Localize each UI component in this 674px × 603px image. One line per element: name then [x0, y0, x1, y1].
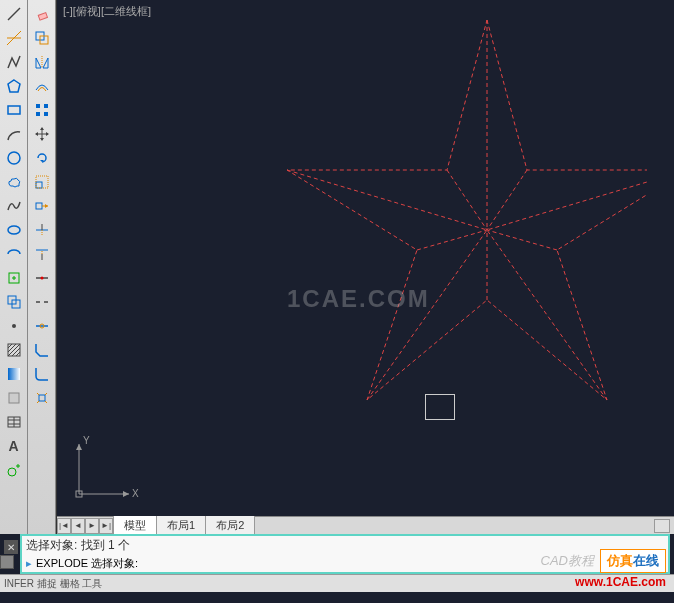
svg-marker-68 — [287, 20, 647, 400]
svg-rect-45 — [36, 182, 42, 188]
svg-rect-35 — [44, 104, 48, 108]
svg-line-65 — [45, 393, 47, 395]
fillet-icon[interactable] — [30, 363, 54, 385]
svg-marker-41 — [40, 138, 44, 141]
svg-rect-20 — [9, 393, 19, 403]
watermark-box: 仿真在线 — [600, 549, 666, 573]
ellipse-arc-icon[interactable] — [2, 243, 26, 265]
svg-line-71 — [487, 170, 647, 230]
stretch-icon[interactable] — [30, 195, 54, 217]
tab-nav-first[interactable]: |◄ — [57, 518, 71, 534]
tab-nav-prev[interactable]: ◄ — [71, 518, 85, 534]
tab-nav-next[interactable]: ► — [85, 518, 99, 534]
ucs-x-label: X — [132, 488, 139, 499]
join-icon[interactable] — [30, 315, 54, 337]
svg-marker-40 — [40, 127, 44, 130]
insert-block-icon[interactable] — [2, 267, 26, 289]
svg-point-5 — [8, 152, 20, 164]
svg-rect-36 — [36, 112, 40, 116]
copy-icon[interactable] — [30, 27, 54, 49]
table-icon[interactable] — [2, 411, 26, 433]
rotate-icon[interactable] — [30, 147, 54, 169]
svg-line-66 — [37, 401, 39, 403]
trim-icon[interactable] — [30, 219, 54, 241]
region-icon[interactable] — [2, 387, 26, 409]
command-panel-handle[interactable] — [0, 555, 14, 569]
svg-rect-47 — [36, 203, 42, 209]
make-block-icon[interactable] — [2, 291, 26, 313]
svg-marker-32 — [43, 58, 48, 68]
command-prompt-icon: ▸ — [26, 557, 32, 570]
layout-tab-bar: |◄ ◄ ► ►| 模型 布局1 布局2 — [57, 516, 674, 534]
extend-icon[interactable] — [30, 243, 54, 265]
star-drawing — [207, 20, 647, 420]
close-command-panel-icon[interactable]: ✕ — [4, 540, 18, 554]
break-icon[interactable] — [30, 291, 54, 313]
hatch-icon[interactable] — [2, 339, 26, 361]
scroll-right-icon[interactable] — [654, 519, 670, 533]
svg-point-58 — [40, 277, 43, 280]
draw-toolbar: A — [0, 0, 28, 534]
watermark-text1: CAD教程 — [541, 552, 594, 570]
ucs-icon: X Y — [69, 434, 139, 504]
tab-layout2[interactable]: 布局2 — [205, 516, 255, 536]
tab-layout1[interactable]: 布局1 — [156, 516, 206, 536]
ellipse-icon[interactable] — [2, 219, 26, 241]
mirror-icon[interactable] — [30, 51, 54, 73]
svg-rect-28 — [38, 13, 47, 20]
crosshair-cursor — [425, 394, 455, 420]
polyline-icon[interactable] — [2, 51, 26, 73]
svg-line-70 — [287, 170, 487, 230]
tab-model[interactable]: 模型 — [113, 516, 157, 536]
svg-rect-4 — [8, 106, 20, 114]
spline-icon[interactable] — [2, 195, 26, 217]
offset-icon[interactable] — [30, 75, 54, 97]
svg-marker-43 — [46, 132, 49, 136]
svg-point-25 — [8, 468, 16, 476]
revision-cloud-icon[interactable] — [2, 171, 26, 193]
explode-icon[interactable] — [30, 387, 54, 409]
svg-marker-42 — [35, 132, 38, 136]
status-text: INFER 捕捉 栅格 工具 — [4, 577, 102, 591]
command-prompt-text: EXPLODE 选择对象: — [36, 556, 138, 571]
svg-rect-19 — [8, 368, 20, 380]
svg-line-64 — [37, 393, 39, 395]
svg-line-14 — [8, 344, 12, 348]
break-at-point-icon[interactable] — [30, 267, 54, 289]
gradient-icon[interactable] — [2, 363, 26, 385]
svg-marker-31 — [36, 58, 41, 68]
main-container: A [-][俯视][二维线框] — [0, 0, 674, 534]
svg-line-77 — [487, 230, 557, 250]
svg-point-12 — [12, 324, 16, 328]
svg-point-6 — [8, 226, 20, 234]
viewport-label[interactable]: [-][俯视][二维线框] — [63, 4, 151, 19]
point-icon[interactable] — [2, 315, 26, 337]
construction-line-icon[interactable] — [2, 27, 26, 49]
erase-icon[interactable] — [30, 3, 54, 25]
line-icon[interactable] — [2, 3, 26, 25]
arc-icon[interactable] — [2, 123, 26, 145]
multiline-text-icon[interactable]: A — [2, 435, 26, 457]
svg-line-75 — [487, 170, 527, 230]
modify-toolbar — [28, 0, 56, 534]
svg-line-15 — [8, 344, 16, 352]
svg-rect-34 — [36, 104, 40, 108]
array-icon[interactable] — [30, 99, 54, 121]
circle-icon[interactable] — [2, 147, 26, 169]
scale-icon[interactable] — [30, 171, 54, 193]
drawing-canvas[interactable]: [-][俯视][二维线框] 1CAE.COM — [56, 0, 674, 534]
rectangle-icon[interactable] — [2, 99, 26, 121]
svg-rect-37 — [44, 112, 48, 116]
add-selected-icon[interactable] — [2, 459, 26, 481]
svg-line-76 — [417, 230, 487, 250]
watermark-center: 1CAE.COM — [287, 285, 430, 313]
tab-nav-last[interactable]: ►| — [99, 518, 113, 534]
svg-line-0 — [8, 8, 20, 20]
move-icon[interactable] — [30, 123, 54, 145]
svg-marker-49 — [45, 204, 48, 208]
chamfer-icon[interactable] — [30, 339, 54, 361]
svg-marker-82 — [76, 444, 82, 450]
svg-marker-80 — [123, 491, 129, 497]
status-bar: INFER 捕捉 栅格 工具 — [0, 574, 674, 592]
polygon-icon[interactable] — [2, 75, 26, 97]
